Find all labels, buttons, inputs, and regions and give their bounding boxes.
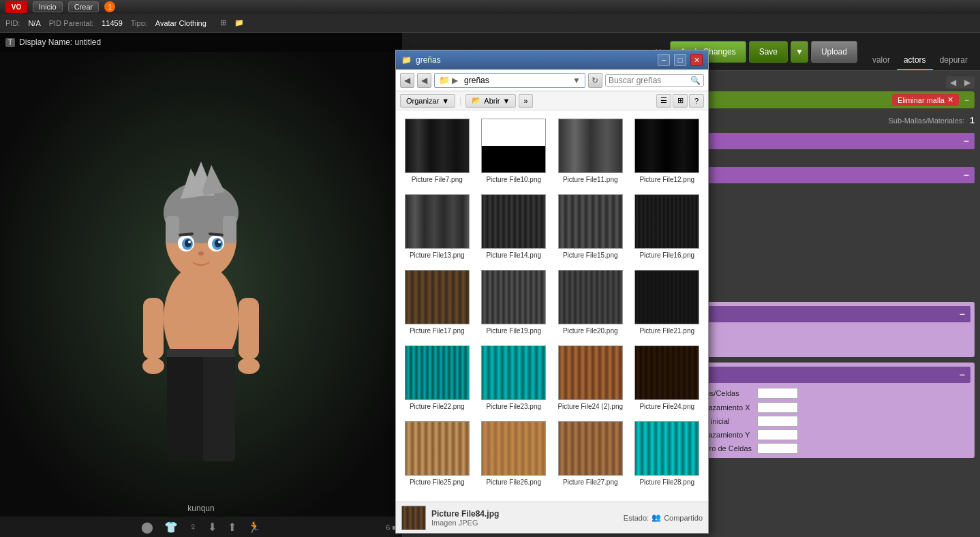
desplazamiento-x-input[interactable]	[757, 402, 798, 413]
view-details-button[interactable]: ☰	[656, 94, 671, 108]
svg-point-25	[142, 358, 164, 374]
bottom-icon-6[interactable]: 🏃	[247, 521, 261, 534]
marcos-celdas-input[interactable]	[757, 388, 798, 399]
avatar-name: kunqun	[187, 504, 214, 513]
avatar-display	[0, 52, 402, 517]
view-buttons: ☰ ⊞ ?	[656, 94, 704, 108]
dialog-close-button[interactable]: ✕	[690, 54, 703, 66]
collapse-mesh-icon[interactable]: −	[964, 95, 969, 105]
list-item[interactable]: Picture File24.png	[632, 343, 703, 413]
list-item[interactable]: Picture File23.png	[478, 343, 550, 413]
svg-point-15	[188, 241, 191, 243]
content-scroll-left[interactable]: ◀	[946, 76, 960, 89]
display-name-bar: T Display Name: untitled	[0, 33, 402, 52]
back-button[interactable]: ◀	[400, 73, 414, 88]
dialog-titlebar: 📁 greñas − □ ✕	[396, 50, 708, 70]
pid-label: PID:	[5, 19, 20, 27]
list-item[interactable]: Picture File14.png	[478, 191, 550, 262]
dialog-minimize-button[interactable]: −	[658, 54, 670, 66]
list-item[interactable]: Picture File25.png	[401, 418, 473, 489]
collapse-submesh-icon[interactable]: −	[964, 136, 969, 147]
celda-inicial-input[interactable]	[757, 416, 798, 427]
file-grid: Picture File7.png Picture File10.png Pic…	[401, 116, 703, 489]
list-item[interactable]: Picture File21.png	[632, 267, 703, 337]
svg-point-13	[185, 239, 192, 247]
list-item[interactable]: Picture File10.png	[478, 116, 550, 186]
dialog-content: Picture File7.png Picture File10.png Pic…	[396, 110, 708, 502]
remove-mesh-label: Eliminar malla	[898, 96, 945, 104]
list-item[interactable]: Picture File17.png	[401, 267, 473, 337]
dialog-maximize-button[interactable]: □	[674, 54, 686, 66]
tabs-container: valor actors depurar	[866, 33, 975, 70]
svg-point-16	[218, 241, 221, 243]
bottom-icon-1[interactable]: ⬤	[141, 521, 153, 534]
refresh-button[interactable]: ↻	[588, 73, 602, 88]
list-item[interactable]: Picture File27.png	[555, 418, 626, 489]
save-button[interactable]: Save	[749, 41, 788, 63]
search-input[interactable]	[609, 76, 690, 85]
list-item[interactable]: Picture File13.png	[401, 191, 473, 262]
dialog-addressbar: ◀ ◀ 📁 ▶ ▼ ↻ 🔍	[396, 70, 708, 91]
dialog-statusbar: Picture File84.jpg Imagen JPEG Estado: 👥…	[396, 502, 708, 533]
list-item[interactable]: Picture File16.png	[632, 191, 703, 262]
numero-celdas-input[interactable]	[757, 443, 798, 454]
state-label: Estado:	[624, 514, 649, 522]
logo: VO	[5, 1, 27, 13]
bottom-icon-3[interactable]: ♀	[189, 521, 197, 533]
more-button[interactable]: »	[519, 94, 532, 108]
upload-button[interactable]: Upload	[811, 41, 857, 63]
avatar-panel: T Display Name: untitled	[0, 33, 402, 537]
svg-point-26	[238, 358, 260, 374]
collapse-texture-icon[interactable]: −	[964, 170, 969, 181]
tab-depurar[interactable]: depurar	[933, 51, 975, 70]
list-item[interactable]: Picture File12.png	[632, 116, 703, 186]
abrir-arrow: ▼	[503, 97, 510, 105]
list-item[interactable]: Picture File11.png	[555, 116, 626, 186]
list-item[interactable]: Picture File24 (2).png	[555, 343, 626, 413]
collapse-anim-icon[interactable]: −	[960, 369, 965, 380]
tab-valor[interactable]: valor	[866, 51, 897, 70]
list-item[interactable]: Picture File26.png	[478, 418, 550, 489]
inicio-button[interactable]: Inicio	[33, 1, 63, 12]
address-dropdown-icon[interactable]: ▼	[572, 76, 581, 85]
bottom-icon-4[interactable]: ⬇	[208, 521, 217, 534]
display-name-text: Display Name: untitled	[19, 37, 101, 47]
svg-rect-7	[166, 216, 179, 243]
abrir-button[interactable]: 📂 Abrir ▼	[465, 94, 516, 108]
svg-rect-21	[167, 352, 199, 461]
address-input[interactable]	[460, 74, 570, 87]
list-item[interactable]: Picture File7.png	[401, 116, 473, 186]
view-grid-button[interactable]: ⊞	[673, 94, 688, 108]
dropdown-arrow-button[interactable]: ▼	[791, 41, 808, 63]
folder-icon[interactable]: 📁	[234, 18, 244, 27]
list-item[interactable]: Picture File20.png	[555, 267, 626, 337]
breadcrumb-separator: ▶	[452, 76, 458, 85]
bottom-icon-2[interactable]: 👕	[164, 521, 178, 534]
status-thumbnail	[401, 506, 426, 530]
view-help-button[interactable]: ?	[689, 94, 704, 108]
bottom-icon-5[interactable]: ⬆	[228, 521, 236, 534]
search-box: 🔍	[605, 74, 704, 87]
pid-value: N/A	[28, 19, 40, 27]
list-item[interactable]: Picture File19.png	[478, 267, 550, 337]
tab-actors[interactable]: actors	[897, 51, 933, 70]
svg-rect-27	[167, 349, 235, 357]
organizar-label: Organizar	[406, 97, 439, 105]
organizar-button[interactable]: Organizar ▼	[400, 94, 455, 108]
remove-mesh-button[interactable]: Eliminar malla ✕	[892, 94, 959, 106]
list-item[interactable]: Picture File22.png	[401, 343, 473, 413]
list-item[interactable]: Picture File15.png	[555, 191, 626, 262]
collapse-params-icon[interactable]: −	[960, 309, 965, 320]
desplazamiento-y-input[interactable]	[757, 429, 798, 440]
crear-button[interactable]: Crear	[68, 1, 99, 12]
forward-button[interactable]: ◀	[417, 73, 431, 88]
state-value: Compartido	[664, 514, 703, 522]
tipo-label: Tipo:	[131, 19, 147, 27]
sub-mallas-count: 1	[970, 116, 975, 125]
status-filename: Picture File84.jpg	[431, 509, 499, 519]
svg-rect-8	[223, 216, 236, 243]
search-icon: 🔍	[690, 76, 701, 85]
list-item[interactable]: Picture File28.png	[632, 418, 703, 489]
content-scroll-right[interactable]: ▶	[960, 76, 975, 89]
window-icon[interactable]: ⊞	[220, 18, 226, 27]
